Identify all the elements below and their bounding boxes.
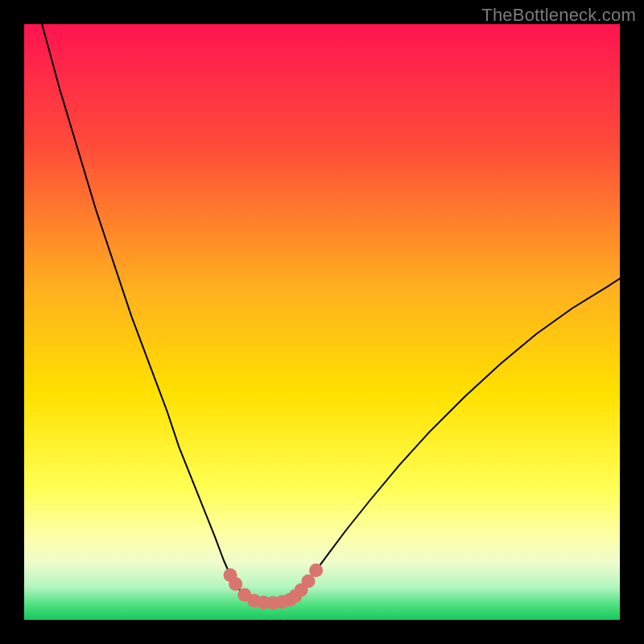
chart-svg <box>24 24 620 620</box>
gradient-background <box>24 24 620 620</box>
watermark-text: TheBottleneck.com <box>481 5 636 26</box>
curve-marker <box>229 577 242 591</box>
chart-frame: TheBottleneck.com <box>0 0 644 644</box>
curve-marker <box>309 564 323 577</box>
plot-area <box>24 24 620 620</box>
